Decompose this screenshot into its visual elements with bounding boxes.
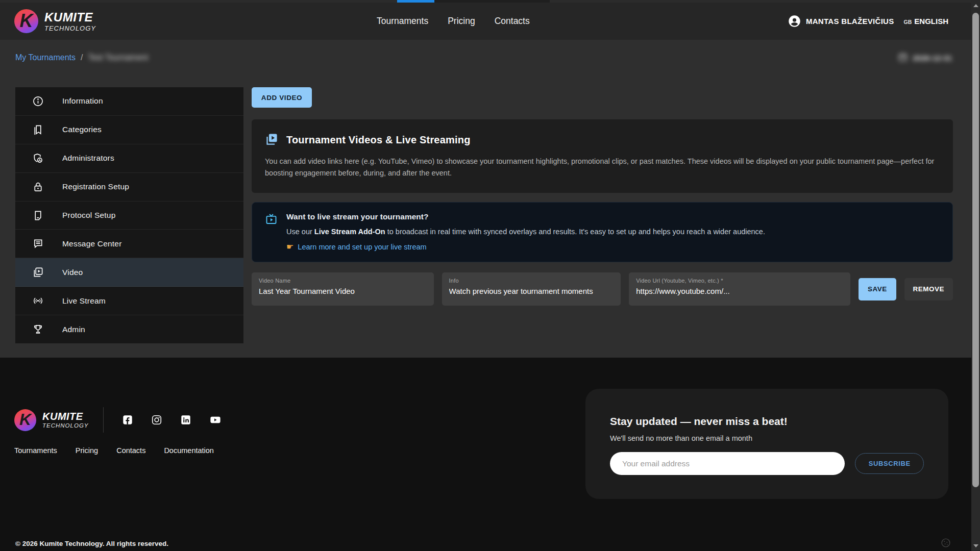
- promo-title: Want to live stream your tournament?: [286, 212, 940, 221]
- calendar-icon: [897, 52, 909, 64]
- email-input[interactable]: [610, 452, 845, 475]
- language-code: GB: [904, 19, 912, 25]
- kumite-logo-icon: K: [14, 9, 38, 33]
- promo-text: Use our Live Stream Add-On to broadcast …: [286, 228, 940, 236]
- breadcrumb-my-tournaments[interactable]: My Tournaments: [15, 53, 76, 62]
- video-name-field[interactable]: Video Name Last Year Tournament Video: [252, 272, 434, 306]
- chat-icon: [32, 238, 44, 250]
- nav-pricing[interactable]: Pricing: [448, 16, 475, 27]
- video-info-field[interactable]: Info Watch previous year tournament mome…: [442, 272, 621, 306]
- broadcast-icon: [32, 295, 44, 307]
- sidebar-item-categories[interactable]: Categories: [15, 116, 243, 144]
- video-url-field[interactable]: Video Url (Youtube, Vimeo, etc.) * https…: [629, 272, 850, 306]
- newsletter-card: Stay updated — never miss a beat! We'll …: [585, 389, 948, 499]
- footer-brand-logo[interactable]: K KUMITE TECHNOLOGY: [14, 409, 89, 431]
- video-settings-main: ADD VIDEO Tournament Videos & Live Strea…: [252, 87, 953, 306]
- language-name: ENGLISH: [914, 17, 948, 26]
- brand-subtitle: TECHNOLOGY: [44, 25, 96, 32]
- linkedin-icon[interactable]: [180, 414, 191, 425]
- tournament-sidebar: Information Categories Administrators Re…: [15, 87, 243, 343]
- instagram-icon[interactable]: [151, 414, 162, 425]
- newsletter-subtitle: We'll send no more than one email a mont…: [610, 434, 924, 442]
- tv-play-icon: [264, 212, 278, 252]
- sidebar-item-registration-setup[interactable]: Registration Setup: [15, 173, 243, 202]
- add-video-button[interactable]: ADD VIDEO: [252, 87, 312, 108]
- live-stream-promo-box: Want to live stream your tournament? Use…: [252, 202, 953, 262]
- brand-logo[interactable]: K KUMITE TECHNOLOGY: [14, 9, 96, 33]
- facebook-icon[interactable]: [122, 414, 133, 425]
- kumite-logo-icon-footer: K: [14, 409, 36, 431]
- footer-divider: [103, 407, 104, 433]
- bookmark-icon: [32, 123, 44, 136]
- scrollbar-up-arrow[interactable]: [971, 1, 980, 10]
- breadcrumb-row: My Tournaments / Test Tournament 2026-12…: [15, 48, 952, 67]
- trophy-icon: [32, 323, 44, 336]
- footer-nav: Tournaments Pricing Contacts Documentati…: [14, 446, 214, 455]
- breadcrumb-separator: /: [81, 53, 83, 62]
- cookie-settings-icon[interactable]: [940, 537, 951, 548]
- user-menu[interactable]: MANTAS BLAŽEVIČIUS GB ENGLISH: [788, 3, 948, 40]
- videos-intro-panel: Tournament Videos & Live Streaming You c…: [252, 119, 953, 193]
- scrollbar-down-arrow[interactable]: [971, 541, 980, 550]
- copyright-text: © 2026 Kumite Technology. All rights res…: [15, 540, 168, 547]
- newsletter-title: Stay updated — never miss a beat!: [610, 415, 924, 428]
- promo-addon-bold: Live Stream Add-On: [314, 228, 385, 236]
- top-navbar: K KUMITE TECHNOLOGY Tournaments Pricing …: [0, 3, 980, 40]
- breadcrumb-current-redacted: Test Tournament: [88, 53, 148, 62]
- youtube-icon[interactable]: [209, 414, 220, 425]
- document-icon: [32, 209, 44, 221]
- social-links: [122, 414, 220, 425]
- browser-tab-sliver: [434, 0, 550, 3]
- remove-button[interactable]: REMOVE: [904, 278, 953, 300]
- video-library-icon: [32, 266, 44, 279]
- info-icon: [32, 95, 44, 107]
- scrollbar-thumb[interactable]: [972, 13, 979, 487]
- user-name: MANTAS BLAŽEVIČIUS: [806, 17, 894, 26]
- browser-tab-progress-bar: [397, 0, 434, 3]
- nav-tournaments[interactable]: Tournaments: [377, 16, 428, 27]
- tournament-date-redacted: 2026-12-31: [913, 54, 952, 62]
- sidebar-item-protocol-setup[interactable]: Protocol Setup: [15, 202, 243, 230]
- pointing-hand-icon: ☛: [286, 242, 293, 252]
- sidebar-item-admin[interactable]: Admin: [15, 315, 243, 343]
- footer-link-pricing[interactable]: Pricing: [76, 446, 98, 455]
- shield-person-icon: [32, 152, 44, 164]
- panel-title: Tournament Videos & Live Streaming: [286, 134, 471, 146]
- main-nav: Tournaments Pricing Contacts: [377, 3, 530, 40]
- footer-link-documentation[interactable]: Documentation: [164, 446, 214, 455]
- lock-icon: [32, 181, 44, 193]
- browser-top-strip: [0, 0, 980, 3]
- sidebar-item-video[interactable]: Video: [15, 258, 243, 287]
- sidebar-item-message-center[interactable]: Message Center: [15, 230, 243, 258]
- account-circle-icon: [788, 14, 801, 28]
- breadcrumb: My Tournaments / Test Tournament: [15, 53, 148, 62]
- brand-name: KUMITE: [44, 11, 96, 23]
- sidebar-item-administrators[interactable]: Administrators: [15, 144, 243, 173]
- tournament-date-badge: 2026-12-31: [897, 52, 952, 64]
- video-library-blue-icon: [265, 132, 279, 148]
- live-stream-learn-more-link[interactable]: Learn more and set up your live stream: [298, 243, 426, 251]
- nav-contacts[interactable]: Contacts: [495, 16, 530, 27]
- language-selector[interactable]: GB ENGLISH: [904, 17, 948, 26]
- page-scrollbar[interactable]: [971, 0, 980, 551]
- footer-link-contacts[interactable]: Contacts: [116, 446, 145, 455]
- save-button[interactable]: SAVE: [859, 278, 896, 300]
- sidebar-item-live-stream[interactable]: Live Stream: [15, 287, 243, 315]
- video-entry-row: Video Name Last Year Tournament Video In…: [252, 272, 953, 306]
- panel-description: You can add video links here (e.g. YouTu…: [265, 156, 940, 179]
- page-footer: K KUMITE TECHNOLOGY Tournaments Pricing: [0, 358, 980, 551]
- sidebar-item-information[interactable]: Information: [15, 87, 243, 116]
- subscribe-button[interactable]: SUBSCRIBE: [855, 453, 924, 474]
- footer-link-tournaments[interactable]: Tournaments: [14, 446, 57, 455]
